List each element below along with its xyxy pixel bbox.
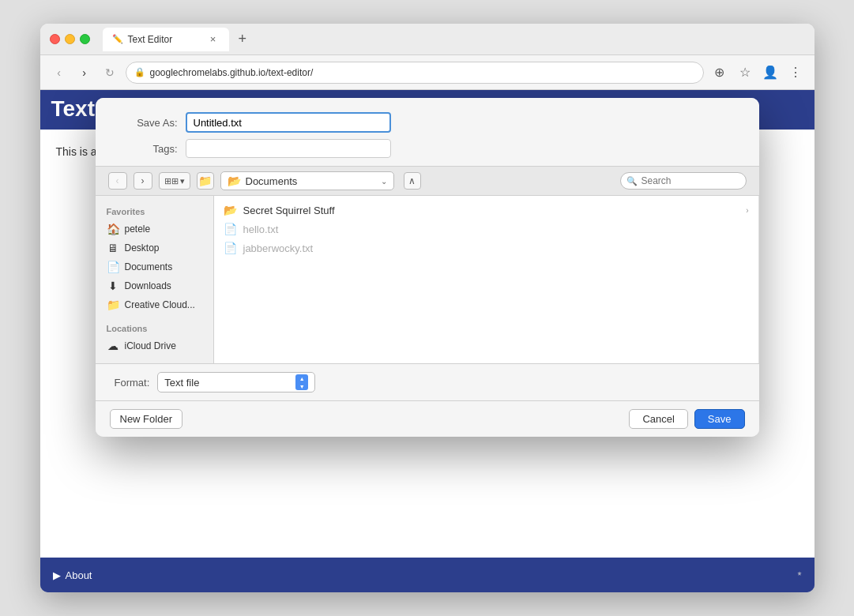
close-button[interactable] [50, 34, 60, 44]
toolbar-back-button[interactable]: ‹ [108, 172, 127, 190]
active-tab[interactable]: ✏️ Text Editor × [103, 28, 229, 51]
sidebar-item-icloud[interactable]: ☁ iCloud Drive [96, 336, 213, 355]
sidebar-item-desktop[interactable]: 🖥 Desktop [96, 239, 213, 257]
home-icon: 🏠 [107, 223, 119, 235]
folder-secret-icon: 📂 [224, 204, 237, 216]
format-stepper[interactable]: ▲ ▼ [295, 374, 308, 390]
file-item-name-hello: hello.txt [243, 223, 279, 235]
browser-content: Text File This is a n Save As: [40, 90, 814, 592]
expand-icon: ∧ [408, 175, 416, 186]
locations-label: Locations [96, 321, 213, 336]
account-icon[interactable]: ⊕ [710, 63, 729, 82]
tab-favicon: ✏️ [112, 34, 123, 44]
tags-label: Tags: [115, 143, 178, 155]
sidebar-item-creative-cloud[interactable]: 📁 Creative Cloud... [96, 295, 213, 314]
search-icon: 🔍 [626, 176, 638, 186]
file-item-jabberwocky[interactable]: 📄 jabberwocky.txt [214, 239, 758, 257]
search-wrapper: 🔍 [620, 172, 747, 190]
menu-icon[interactable]: ⋮ [786, 63, 805, 82]
new-tab-button[interactable]: + [232, 31, 254, 47]
save-as-input[interactable] [186, 112, 391, 133]
traffic-lights [50, 34, 90, 44]
view-dropdown-arrow: ▾ [180, 176, 185, 186]
sidebar-item-documents[interactable]: 📄 Documents [96, 257, 213, 276]
tags-row: Tags: [115, 139, 740, 158]
grid-icon: ⊞⊞ [164, 176, 179, 186]
location-folder-icon: 📂 [228, 175, 241, 187]
sidebar-item-label-icloud: iCloud Drive [125, 340, 176, 351]
sidebar-item-downloads[interactable]: ⬇ Downloads [96, 276, 213, 295]
file-item-secret-squirrel[interactable]: 📂 Secret Squirrel Stuff › [214, 201, 758, 220]
view-mode-button[interactable]: ⊞⊞ ▾ [159, 172, 190, 190]
new-folder-inline-button[interactable]: 📁 [197, 172, 214, 190]
sidebar-item-label-downloads: Downloads [125, 280, 171, 291]
toolbar-back-icon: ‹ [116, 175, 119, 186]
address-actions: ⊕ ☆ 👤 ⋮ [710, 63, 805, 82]
tab-title: Text Editor [128, 34, 173, 45]
file-item-arrow-secret: › [746, 206, 748, 215]
dialog-footer: New Folder Cancel Save [96, 400, 759, 437]
format-value: Text file [164, 377, 291, 389]
dialog-format-row: Format: Text file ▲ ▼ [96, 363, 759, 400]
url-bar[interactable]: 🔒 googlechromelabs.github.io/text-editor… [126, 62, 704, 84]
title-bar: ✏️ Text Editor × + [40, 24, 814, 55]
downloads-icon: ⬇ [107, 280, 119, 292]
sidebar-item-petele[interactable]: 🏠 petele [96, 220, 213, 239]
creative-cloud-icon: 📁 [107, 299, 119, 311]
stepper-down-icon: ▼ [299, 384, 305, 389]
search-input[interactable] [620, 172, 747, 190]
favorites-label: Favorites [96, 204, 213, 220]
address-bar: ‹ › ↻ 🔒 googlechromelabs.github.io/text-… [40, 55, 814, 90]
toolbar-forward-button[interactable]: › [134, 172, 152, 190]
tab-close-button[interactable]: × [207, 33, 220, 46]
format-select[interactable]: Text file ▲ ▼ [157, 372, 315, 393]
browser-window: ✏️ Text Editor × + ‹ › ↻ 🔒 googlechromel… [40, 24, 814, 592]
forward-icon: › [82, 66, 86, 79]
sidebar: Favorites 🏠 petele 🖥 Desktop 📄 [96, 196, 214, 363]
file-item-name-jabberwocky: jabberwocky.txt [243, 242, 314, 254]
save-button[interactable]: Save [694, 409, 745, 429]
documents-icon: 📄 [107, 261, 119, 273]
url-text: googlechromelabs.github.io/text-editor/ [150, 67, 314, 78]
file-hello-icon: 📄 [224, 223, 237, 235]
dialog-toolbar: ‹ › ⊞⊞ ▾ 📁 📂 [96, 166, 759, 196]
sidebar-item-label-creative-cloud: Creative Cloud... [125, 299, 195, 310]
tags-input[interactable] [186, 139, 391, 158]
back-button[interactable]: ‹ [50, 63, 69, 82]
file-item-hello[interactable]: 📄 hello.txt [214, 220, 758, 239]
lock-icon: 🔒 [134, 67, 145, 77]
save-as-label: Save As: [115, 117, 178, 129]
location-name: Documents [246, 175, 298, 187]
sidebar-item-label-petele: petele [125, 223, 151, 235]
tab-bar: ✏️ Text Editor × + [103, 28, 805, 51]
location-dropdown-arrow: ⌄ [381, 177, 387, 186]
save-dialog: Save As: Tags: ‹ [96, 98, 759, 437]
file-item-name-secret: Secret Squirrel Stuff [243, 205, 335, 216]
new-folder-button[interactable]: New Folder [110, 409, 182, 429]
maximize-button[interactable] [80, 34, 90, 44]
profile-icon[interactable]: 👤 [761, 63, 780, 82]
dialog-overlay: Save As: Tags: ‹ [40, 90, 814, 592]
save-as-row: Save As: [115, 112, 740, 133]
forward-button[interactable]: › [75, 63, 94, 82]
sidebar-item-label-desktop: Desktop [125, 242, 160, 254]
file-list: 📂 Secret Squirrel Stuff › 📄 hello.txt 📄 … [214, 196, 759, 363]
location-dropdown[interactable]: 📂 Documents ⌄ [220, 171, 394, 190]
expand-button[interactable]: ∧ [404, 172, 421, 190]
stepper-up-icon: ▲ [299, 376, 305, 381]
dialog-body: Favorites 🏠 petele 🖥 Desktop 📄 [96, 196, 759, 363]
back-icon: ‹ [57, 66, 61, 79]
dialog-header: Save As: Tags: [96, 98, 759, 166]
cancel-button[interactable]: Cancel [629, 409, 687, 429]
sidebar-item-label-documents: Documents [125, 261, 173, 272]
minimize-button[interactable] [65, 34, 75, 44]
app-background: Text File This is a n Save As: [40, 90, 814, 592]
format-label: Format: [115, 377, 150, 389]
refresh-button[interactable]: ↻ [100, 63, 119, 82]
refresh-icon: ↻ [105, 66, 115, 79]
toolbar-forward-icon: › [141, 175, 145, 186]
folder-new-icon: 📁 [198, 175, 212, 187]
icloud-icon: ☁ [107, 340, 119, 352]
desktop-icon: 🖥 [107, 242, 119, 254]
bookmark-icon[interactable]: ☆ [735, 63, 754, 82]
